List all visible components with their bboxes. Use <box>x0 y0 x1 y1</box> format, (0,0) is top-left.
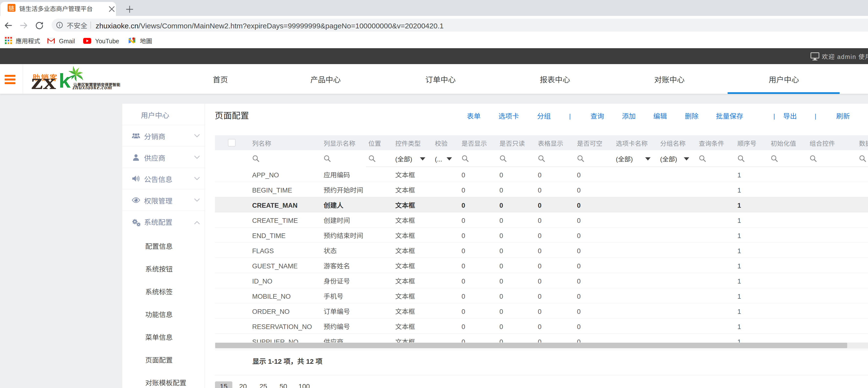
filter-select-选项卡名称[interactable]: (全部) <box>616 150 633 167</box>
browser-tab[interactable]: 链 链生活多业态商户管理平台 <box>0 2 116 16</box>
dropdown-arrow-icon[interactable] <box>684 157 689 160</box>
nav-item-产品中心[interactable]: 产品中心 <box>270 64 381 94</box>
column-header-组合控件[interactable]: 组合控件 <box>807 135 857 150</box>
column-header-是否可空[interactable]: 是否可空 <box>575 135 613 150</box>
column-header-分组名称[interactable]: 分组名称 <box>658 135 696 150</box>
search-icon[interactable] <box>771 155 778 162</box>
column-header-数据[interactable]: 数据 <box>857 135 868 150</box>
filter-select-分组名称[interactable]: (全部) <box>660 150 677 167</box>
table-row[interactable]: ORDER_NO订单编号文本框00001 <box>215 303 868 319</box>
table-row[interactable]: APP_NO应用编码文本框00001 <box>215 167 868 182</box>
address-bar[interactable]: 不安全 zhuxiaoke.cn/Views/Common/MainNew2.h… <box>52 19 868 32</box>
table-row[interactable]: CREATE_MAN创建人文本框00001 <box>215 197 868 212</box>
page-size-15[interactable]: 15 <box>215 381 232 388</box>
toolbar-link-分组[interactable]: 分组 <box>537 110 551 121</box>
toolbar-link-选项卡[interactable]: 选项卡 <box>498 110 519 121</box>
filter-cell-是否可空 <box>575 150 613 167</box>
table-row[interactable]: ID_NO身份证号文本框00001 <box>215 273 868 288</box>
page-size-100[interactable]: 100 <box>296 381 313 388</box>
search-icon[interactable] <box>538 155 545 162</box>
table-row[interactable]: END_TIME预约结束时间文本框00001 <box>215 228 868 243</box>
toolbar-separator: | <box>773 110 775 121</box>
column-header-列名称[interactable]: 列名称 <box>250 135 321 150</box>
cell-表格显示: 0 <box>535 319 575 333</box>
search-icon[interactable] <box>699 155 706 162</box>
cell-顺序号: 1 <box>735 182 768 197</box>
sidebar-subitem-系统标签[interactable]: 系统标签 <box>122 280 205 303</box>
back-button[interactable] <box>4 21 13 30</box>
horizontal-scrollbar[interactable] <box>215 342 868 348</box>
forward-button[interactable] <box>19 21 28 30</box>
sidebar-subitem-配置信息[interactable]: 配置信息 <box>122 234 205 257</box>
sidebar-subitem-功能信息[interactable]: 功能信息 <box>122 303 205 325</box>
search-icon[interactable] <box>499 155 507 162</box>
table-row[interactable]: GUEST_NAME游客姓名文本框00001 <box>215 258 868 273</box>
column-header-列显示名称[interactable]: 列显示名称 <box>321 135 366 150</box>
scrollbar-thumb[interactable] <box>215 343 847 348</box>
table-row[interactable]: FLAGS状态文本框00001 <box>215 243 868 258</box>
nav-item-首页[interactable]: 首页 <box>164 64 276 94</box>
cell-控件类型: 文本框 <box>393 319 432 333</box>
dropdown-arrow-icon[interactable] <box>420 157 425 160</box>
filter-select-校验[interactable]: (... <box>435 150 442 167</box>
table-row[interactable]: RESERVATION_NO预约编号文本框00001 <box>215 319 868 334</box>
column-header-校验[interactable]: 校验 <box>432 135 459 150</box>
column-header-是否只读[interactable]: 是否只读 <box>497 135 535 150</box>
page-size-25[interactable]: 25 <box>255 381 272 388</box>
toolbar-link-编辑[interactable]: 编辑 <box>653 110 667 121</box>
table-row[interactable]: CREATE_TIME创建时间文本框00001 <box>215 212 868 228</box>
table-row[interactable]: MOBILE_NO手机号文本框00001 <box>215 288 868 303</box>
toolbar-link-查询[interactable]: 查询 <box>590 110 604 121</box>
column-header-查询条件[interactable]: 查询条件 <box>696 135 735 150</box>
column-header-是否显示[interactable]: 是否显示 <box>459 135 497 150</box>
toolbar-link-添加[interactable]: 添加 <box>622 110 636 121</box>
nav-item-报表中心[interactable]: 报表中心 <box>499 64 611 94</box>
filter-cell-组合控件 <box>807 150 857 167</box>
dropdown-arrow-icon[interactable] <box>446 157 452 160</box>
toolbar-link-刷新[interactable]: 刷新 <box>836 110 850 121</box>
nav-item-订单中心[interactable]: 订单中心 <box>384 64 496 94</box>
sidebar-subitem-菜单信息[interactable]: 菜单信息 <box>122 325 205 348</box>
column-header-初始化值[interactable]: 初始化值 <box>768 135 807 150</box>
column-header-表格显示[interactable]: 表格显示 <box>535 135 575 150</box>
select-all-checkbox[interactable] <box>228 139 236 147</box>
reload-button[interactable] <box>35 21 44 30</box>
toolbar-link-导出[interactable]: 导出 <box>783 110 797 121</box>
search-icon[interactable] <box>252 155 259 162</box>
nav-item-用户中心[interactable]: 用户中心 <box>728 64 840 94</box>
page-size-20[interactable]: 20 <box>234 381 252 388</box>
column-header-checkbox[interactable] <box>215 135 250 150</box>
sidebar-subitem-页面配置[interactable]: 页面配置 <box>122 348 205 371</box>
welcome-text: 欢迎 admin 使用 <box>822 48 868 64</box>
toolbar-link-删除[interactable]: 删除 <box>685 110 699 121</box>
table-row[interactable]: BEGIN_TIME预约开始时间文本框00001 <box>215 182 868 197</box>
dropdown-arrow-icon[interactable] <box>645 157 651 160</box>
column-header-选项卡名称[interactable]: 选项卡名称 <box>613 135 658 150</box>
sidebar-subitem-系统按钮[interactable]: 系统按钮 <box>122 257 205 280</box>
column-header-位置[interactable]: 位置 <box>366 135 393 150</box>
sidebar-item-公告信息[interactable]: 公告信息 <box>122 168 205 189</box>
sidebar-item-权限管理[interactable]: 权限管理 <box>122 189 205 211</box>
sidebar-subitem-对账模板配置[interactable]: 对账模板配置 <box>122 371 205 388</box>
search-icon[interactable] <box>577 155 584 162</box>
new-tab-button[interactable] <box>125 5 134 14</box>
filter-select-控件类型[interactable]: (全部) <box>395 150 412 167</box>
toolbar-link-表单[interactable]: 表单 <box>467 110 480 121</box>
page-info-icon[interactable] <box>56 22 63 28</box>
search-icon[interactable] <box>737 155 745 162</box>
sidebar-item-供应商[interactable]: 供应商 <box>122 147 205 168</box>
column-header-顺序号[interactable]: 顺序号 <box>735 135 768 150</box>
site-favicon: 链 <box>8 4 16 12</box>
sidebar-item-系统配置[interactable]: 系统配置 <box>122 211 205 234</box>
search-icon[interactable] <box>810 155 817 162</box>
tab-close-button[interactable] <box>107 5 116 13</box>
column-header-控件类型[interactable]: 控件类型 <box>393 135 432 150</box>
search-icon[interactable] <box>462 155 469 162</box>
search-icon[interactable] <box>323 155 331 162</box>
page-size-50[interactable]: 50 <box>275 381 292 388</box>
toolbar-link-批量保存[interactable]: 批量保存 <box>716 110 743 121</box>
sidebar-item-分销商[interactable]: 分销商 <box>122 125 205 147</box>
search-icon[interactable] <box>859 155 866 162</box>
search-icon[interactable] <box>368 155 376 162</box>
nav-item-对账中心[interactable]: 对账中心 <box>613 64 725 94</box>
